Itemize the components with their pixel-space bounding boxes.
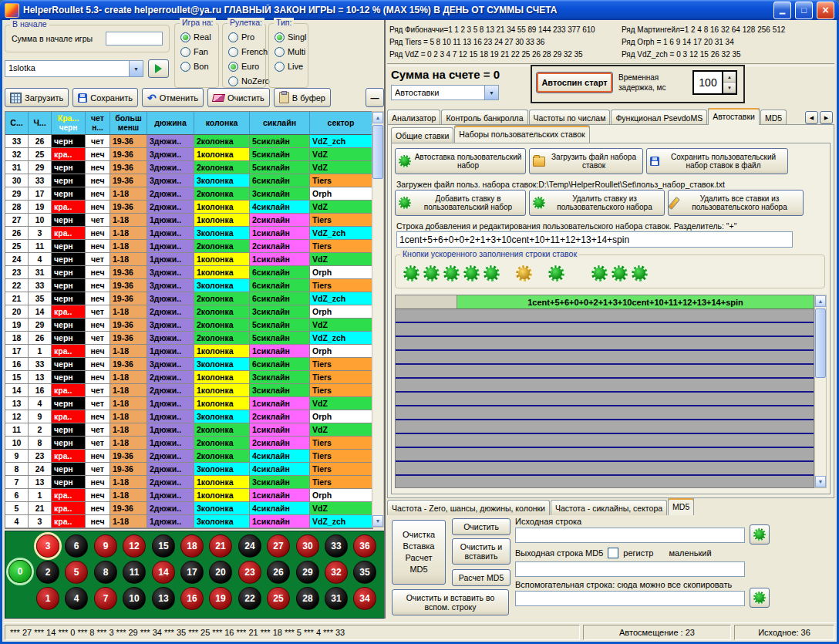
tab-md5[interactable]: MD5	[760, 110, 787, 125]
list-row[interactable]	[396, 365, 814, 379]
list-row[interactable]	[396, 323, 814, 337]
table-row[interactable]: 3129черннеч19-363дюжи..2колонка5сиклайнV…	[5, 161, 372, 174]
board-number-7[interactable]: 7	[94, 587, 117, 610]
scroll-up-icon[interactable]	[372, 112, 383, 123]
chip-button[interactable]	[516, 265, 532, 282]
radio-real[interactable]: Real	[175, 31, 218, 43]
list-row[interactable]	[396, 309, 814, 323]
collapse-button[interactable]: —	[366, 88, 384, 107]
scroll-down-icon[interactable]	[815, 476, 826, 487]
chip-button[interactable]	[612, 265, 628, 282]
chip-button[interactable]	[423, 265, 440, 282]
board-number-4[interactable]: 4	[65, 587, 88, 610]
chip-button[interactable]	[443, 265, 460, 282]
board-number-31[interactable]: 31	[325, 587, 348, 610]
table-row[interactable]: 129кра..неч1-181дюжи..3колонка2сиклайнOr…	[5, 410, 372, 423]
case-checkbox[interactable]	[608, 548, 618, 558]
board-number-1[interactable]: 1	[36, 587, 59, 610]
radio-euro[interactable]: Euro	[223, 60, 265, 72]
tab-autobets[interactable]: Автоставки	[708, 108, 760, 125]
table-row[interactable]: 2511черннеч1-181дюжи..2колонка2сиклайнTi…	[5, 240, 372, 253]
table-row[interactable]: 244чернчет1-181дюжи..1колонка1сиклайнVdZ	[5, 253, 372, 266]
board-number-26[interactable]: 26	[267, 561, 290, 584]
board-number-5[interactable]: 5	[65, 561, 88, 584]
list-row[interactable]	[396, 393, 814, 406]
md5-clear-paste-button[interactable]: Очистить и вставить	[452, 538, 510, 565]
bet-set-row[interactable]: 1cent+5+6+0+0+2+1+3+10cent+10+11+12+13+1…	[396, 295, 814, 309]
radio-multi[interactable]: Multi	[269, 46, 308, 58]
board-number-8[interactable]: 8	[94, 561, 117, 584]
table-row[interactable]: 1826чернчет19-363дюжи..2колонка5сиклайнV…	[5, 332, 372, 345]
radio-nozero[interactable]: NoZero	[223, 75, 265, 87]
tab-general-bets[interactable]: Общие ставки	[391, 127, 453, 143]
minimize-button[interactable]	[773, 2, 791, 19]
table-row[interactable]: 2233черннеч19-363дюжи..3колонка6сиклайнT…	[5, 279, 372, 292]
tab-analyzer[interactable]: Анализатор	[387, 110, 440, 125]
table-row[interactable]: 923кра..неч19-362дюжи..2колонка4сиклайнT…	[5, 450, 372, 463]
list-scrollbar[interactable]	[814, 295, 827, 488]
list-row[interactable]	[396, 406, 814, 420]
table-row[interactable]: 824чернчет19-362дюжи..3колонка4сиклайнTi…	[5, 463, 372, 476]
autobet-mode-combo[interactable]: Автоставки	[391, 85, 499, 100]
table-row[interactable]: 134чернчет1-181дюжи..1колонка1сиклайнVdZ	[5, 397, 372, 410]
table-row[interactable]: 2917черннеч1-182дюжи..2колонка3сиклайнOr…	[5, 187, 372, 201]
table-row[interactable]: 2135черннеч19-363дюжи..2колонка6сиклайнV…	[5, 292, 372, 305]
board-number-22[interactable]: 22	[238, 587, 261, 610]
table-row[interactable]: 112чернчет1-181дюжи..2колонка1сиклайнVdZ	[5, 423, 372, 437]
board-number-25[interactable]: 25	[267, 587, 290, 610]
source-string-input[interactable]	[515, 528, 745, 543]
table-row[interactable]: 43кра..неч1-181дюжи..3колонка1сиклайнVdZ…	[5, 515, 372, 528]
radio-fan[interactable]: Fan	[175, 46, 218, 58]
table-row[interactable]: 1929черннеч19-363дюжи..2колонка5сиклайнV…	[5, 319, 372, 332]
chevron-down-icon[interactable]	[129, 61, 143, 76]
board-number-24[interactable]: 24	[238, 534, 261, 558]
scroll-thumb[interactable]	[372, 125, 383, 179]
list-row[interactable]	[396, 420, 814, 434]
undo-button[interactable]: Отменить	[142, 88, 204, 107]
chip-button[interactable]	[463, 265, 480, 282]
aux-string-input[interactable]	[515, 591, 745, 606]
maximize-button[interactable]	[795, 2, 813, 19]
tab-bankroll-control[interactable]: Контроль банкролла	[441, 110, 527, 125]
chip-button[interactable]	[632, 265, 648, 282]
table-row[interactable]: 1416кра..чет1-182дюжи..1колонка3сиклайнT…	[5, 384, 372, 397]
radio-pro[interactable]: Pro	[223, 31, 265, 43]
list-row[interactable]	[396, 351, 814, 365]
scroll-track[interactable]	[815, 307, 826, 476]
board-number-28[interactable]: 28	[296, 587, 319, 610]
start-sum-input[interactable]	[106, 32, 163, 46]
md5-clear-button[interactable]: Очистить	[452, 518, 510, 535]
table-row[interactable]: 3033черннеч19-363дюжи..3колонка6сиклайнT…	[5, 174, 372, 187]
board-number-21[interactable]: 21	[209, 534, 232, 558]
board-number-32[interactable]: 32	[325, 561, 348, 584]
board-number-15[interactable]: 15	[152, 534, 175, 558]
chip-button[interactable]	[591, 265, 608, 282]
chip-button[interactable]	[403, 265, 420, 282]
table-row[interactable]: 2819кра..неч19-362дюжи..1колонка4сиклайн…	[5, 201, 372, 214]
remove-all-bets-button[interactable]: Удалить все ставки из пользовательского …	[668, 190, 804, 216]
board-number-2[interactable]: 2	[36, 561, 59, 584]
table-row[interactable]: 171кра..неч1-181дюжи..1колонка1сиклайнOr…	[5, 345, 372, 358]
load-button[interactable]: Загрузить	[5, 88, 69, 107]
source-chip-button[interactable]	[750, 524, 770, 545]
tab-user-bet-sets[interactable]: Наборы пользовательских ставок	[454, 125, 589, 143]
board-number-11[interactable]: 11	[123, 561, 146, 584]
bet-string-input[interactable]	[396, 231, 793, 248]
board-number-29[interactable]: 29	[296, 561, 319, 584]
autospin-start-button[interactable]: Автоспин старт	[536, 72, 613, 93]
board-number-34[interactable]: 34	[353, 587, 376, 610]
scroll-thumb[interactable]	[815, 309, 826, 378]
board-number-0[interactable]: 0	[8, 560, 32, 583]
spinner-down-icon[interactable]	[723, 83, 736, 93]
board-number-3[interactable]: 3	[36, 534, 59, 558]
tab-scroll-left-icon[interactable]	[805, 111, 818, 124]
board-number-9[interactable]: 9	[94, 534, 117, 558]
board-number-13[interactable]: 13	[152, 587, 175, 610]
tab-md5-bottom[interactable]: MD5	[668, 497, 694, 515]
board-number-33[interactable]: 33	[325, 534, 348, 558]
buffer-button[interactable]: В буфер	[274, 88, 331, 107]
md5-output-input[interactable]	[515, 561, 745, 577]
table-row[interactable]: 3326чернчет19-363дюжи..2колонка5сиклайнV…	[5, 135, 372, 148]
board-number-12[interactable]: 12	[123, 534, 146, 558]
list-row[interactable]	[396, 379, 814, 393]
